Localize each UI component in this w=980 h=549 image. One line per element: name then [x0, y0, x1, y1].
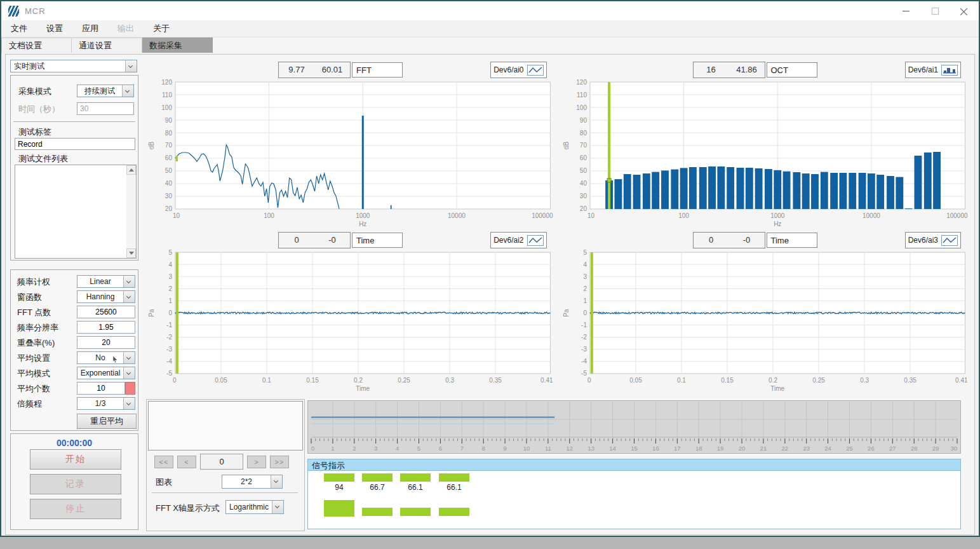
time-chart-ai3[interactable]: -5-4-3-2-101234500.050.10.150.20.250.30.…	[561, 248, 976, 394]
freq-weighting-select[interactable]: Linear	[77, 275, 135, 288]
maximize-button[interactable]	[920, 1, 950, 20]
acquisition-group: 采集模式 持续测试 时间（秒） 测试标签 测试文件列表	[10, 75, 138, 261]
channel-selector[interactable]: Dev6/ai2	[490, 232, 546, 248]
svg-text:28: 28	[911, 445, 918, 452]
cursor-readout: 9.77 60.01	[278, 62, 351, 78]
test-label-input[interactable]	[15, 138, 135, 150]
octave-label: 倍频程	[17, 398, 42, 410]
prev-page-button[interactable]: <	[177, 456, 196, 468]
tab-data-acquisition[interactable]: 数据采集	[142, 37, 213, 53]
first-page-button[interactable]: <<	[154, 456, 173, 468]
svg-text:0.2: 0.2	[769, 377, 777, 384]
fft-points-input[interactable]	[77, 306, 135, 318]
svg-text:0: 0	[173, 377, 177, 384]
svg-text:-3: -3	[581, 346, 587, 353]
svg-text:18: 18	[695, 445, 702, 452]
close-button[interactable]	[950, 1, 979, 20]
svg-text:3: 3	[583, 273, 587, 280]
channel-selector[interactable]: Dev6/ai3	[905, 232, 961, 248]
svg-text:3: 3	[374, 445, 377, 452]
chart-type-field[interactable]: FFT	[352, 62, 403, 78]
signal-level-bar-ch3	[400, 473, 431, 482]
test-mode-select[interactable]: 实时测试	[10, 60, 137, 72]
svg-text:0: 0	[168, 309, 172, 316]
menu-about[interactable]: 关于	[144, 23, 179, 34]
next-page-button[interactable]: >	[247, 456, 266, 468]
svg-text:100000: 100000	[946, 212, 968, 219]
svg-text:0.1: 0.1	[262, 377, 271, 384]
fft-xaxis-select[interactable]: Logarithmic	[225, 500, 284, 514]
oct-chart[interactable]: 2030405060708090100110120101001000100001…	[561, 78, 976, 229]
chevron-down-icon	[123, 352, 135, 363]
signal-peak-bar-ch4	[439, 508, 469, 516]
start-button[interactable]: 开始	[30, 449, 121, 470]
menu-application[interactable]: 应用	[72, 23, 108, 34]
menu-file[interactable]: 文件	[1, 23, 37, 34]
octave-select[interactable]: 1/3	[77, 397, 135, 410]
restart-average-button[interactable]: 重启平均	[77, 414, 137, 429]
channel-selector[interactable]: Dev6/ai0	[490, 62, 546, 78]
freq-resolution-input[interactable]	[77, 321, 135, 334]
signal-peak-bar-ch3	[400, 508, 431, 516]
svg-text:0: 0	[583, 309, 587, 316]
svg-text:80: 80	[165, 130, 173, 137]
scrollbar-track[interactable]	[126, 175, 136, 248]
signal-indicator-panel: 信号指示 94 66.7 66.1 66.1	[307, 459, 961, 531]
scroll-down-button[interactable]	[126, 248, 136, 258]
svg-text:Hz: Hz	[359, 220, 366, 227]
timeline-ruler[interactable]: 0123456789101112131415161718192021222324…	[307, 400, 961, 454]
svg-text:70: 70	[579, 142, 587, 149]
svg-text:30: 30	[579, 193, 587, 200]
svg-text:120: 120	[161, 79, 172, 86]
test-label-label: 测试标签	[18, 126, 51, 138]
svg-text:5: 5	[168, 249, 172, 256]
page-number-field[interactable]: 0	[200, 454, 243, 470]
cursor-readout: 16 41.86	[693, 62, 765, 78]
scroll-up-button[interactable]	[126, 165, 136, 175]
chart-type-field[interactable]: Time	[767, 233, 817, 248]
time-label: 时间（秒）	[18, 104, 60, 115]
acq-mode-select[interactable]: 持续测试	[77, 85, 134, 97]
signal-peak-bar-ch1	[324, 500, 354, 517]
stop-button: 停止	[30, 499, 121, 519]
fft-chart[interactable]: 2030405060708090100110120101001000100001…	[146, 78, 561, 229]
svg-text:Time: Time	[770, 385, 784, 392]
chart-type-field[interactable]: OCT	[767, 62, 817, 78]
svg-text:0.35: 0.35	[489, 377, 502, 384]
menu-settings[interactable]: 设置	[37, 23, 72, 34]
svg-text:8: 8	[482, 445, 485, 452]
last-page-button[interactable]: >>	[270, 456, 289, 468]
window-function-select[interactable]: Hanning	[77, 290, 135, 303]
svg-text:-1: -1	[581, 322, 587, 329]
channel-selector[interactable]: Dev6/ai1	[905, 62, 961, 78]
svg-text:24: 24	[824, 445, 831, 452]
overlap-input[interactable]	[77, 336, 135, 349]
tab-document-settings[interactable]: 文档设置	[1, 37, 72, 53]
triangle-down-icon	[129, 252, 134, 255]
average-mode-select[interactable]: Exponential	[77, 367, 135, 379]
minimize-button[interactable]	[891, 1, 920, 20]
triangle-up-icon	[129, 168, 134, 172]
svg-text:40: 40	[165, 180, 173, 187]
sidebar: 实时测试 采集模式 持续测试 时间（秒） 测试标签 测试文件列表	[8, 57, 141, 532]
cursor-y-value: 41.86	[729, 62, 765, 78]
window-function-label: 窗函数	[17, 292, 42, 303]
svg-text:Hz: Hz	[774, 220, 781, 227]
average-count-flag	[125, 382, 135, 395]
svg-text:0: 0	[587, 377, 591, 384]
svg-text:23: 23	[803, 445, 810, 452]
svg-text:Pa: Pa	[148, 309, 155, 317]
signal-level-bar-ch2	[362, 473, 393, 482]
time-input[interactable]	[77, 102, 134, 115]
svg-text:29: 29	[932, 445, 939, 452]
chart-type-field[interactable]: Time	[352, 233, 403, 248]
average-setting-select[interactable]: No	[77, 351, 135, 364]
test-file-listbox[interactable]	[15, 165, 137, 259]
svg-text:26: 26	[868, 445, 875, 452]
time-chart-ai2[interactable]: -5-4-3-2-101234500.050.10.150.20.250.30.…	[146, 248, 561, 394]
svg-text:70: 70	[165, 142, 173, 149]
chart-layout-select[interactable]: 2*2	[222, 475, 283, 489]
average-count-input[interactable]	[77, 382, 125, 395]
tab-bar: 文档设置 通道设置 数据采集	[1, 37, 979, 53]
tab-channel-settings[interactable]: 通道设置	[72, 37, 142, 53]
